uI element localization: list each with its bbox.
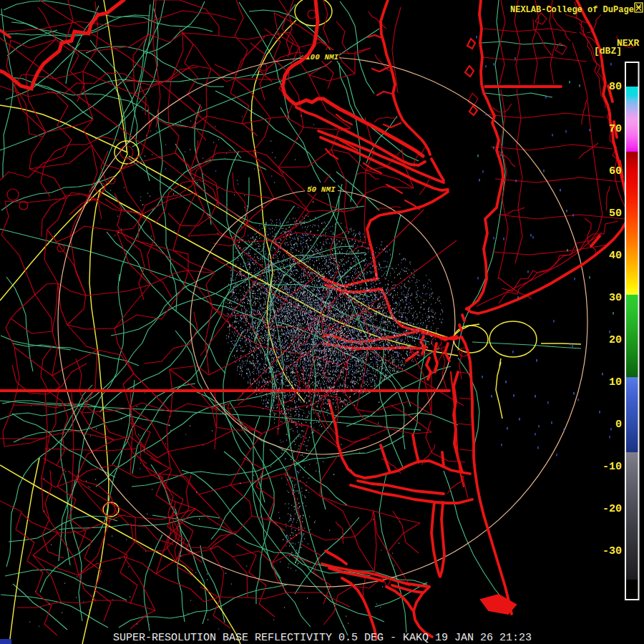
- svg-text:50 NMI: 50 NMI: [307, 185, 336, 194]
- svg-text:[dBZ]: [dBZ]: [594, 46, 622, 57]
- svg-text:-20: -20: [602, 503, 622, 515]
- svg-text:NEXLAB-College of DuPage: NEXLAB-College of DuPage: [510, 5, 634, 15]
- svg-text:SUPER-RESOLUTION BASE REFLECTI: SUPER-RESOLUTION BASE REFLECTIVITY 0.5 D…: [113, 632, 532, 644]
- svg-text:-30: -30: [602, 545, 622, 557]
- svg-text:10: 10: [609, 376, 622, 389]
- svg-text:0: 0: [615, 419, 622, 431]
- svg-text:60: 60: [609, 165, 622, 177]
- svg-text:40: 40: [609, 250, 622, 262]
- svg-text:50: 50: [609, 208, 622, 220]
- svg-text:80: 80: [609, 81, 622, 93]
- svg-text:30: 30: [609, 292, 622, 304]
- svg-text:20: 20: [609, 334, 622, 346]
- svg-text:-10: -10: [602, 461, 622, 473]
- svg-text:70: 70: [609, 123, 622, 135]
